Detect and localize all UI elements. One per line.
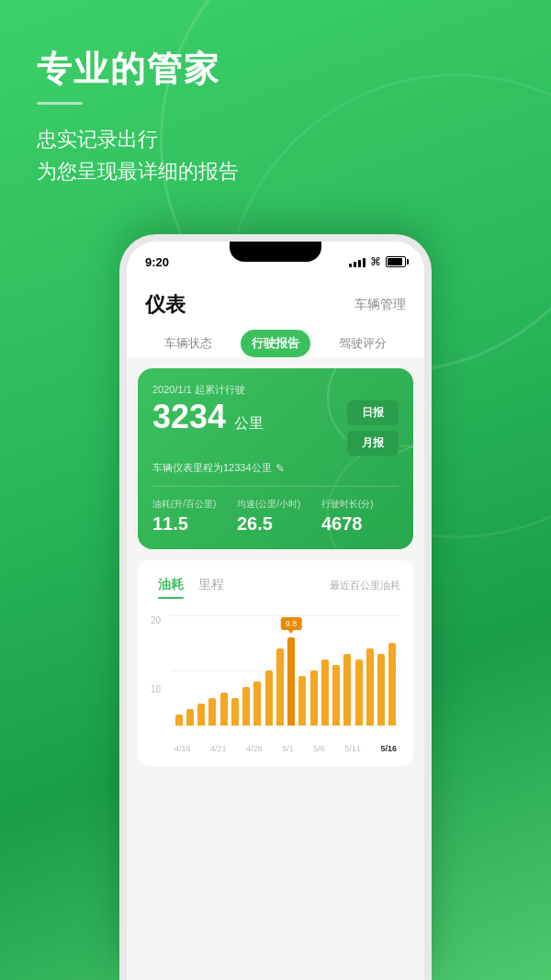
bar-2 (197, 704, 205, 726)
chart-right-label: 最近百公里油耗 (330, 579, 400, 592)
card-mileage-unit: 公里 (234, 415, 264, 431)
stats-card: 2020/1/1 起累计行驶 3234 公里 日报 月报 车辆仪表里程为1233… (138, 368, 413, 549)
edit-icon[interactable]: ✎ (276, 462, 285, 475)
battery-icon (386, 256, 406, 267)
card-stats-row: 油耗(升/百公里) 11.5 均速(公里/小时) 26.5 行驶时长(分) 46… (152, 486, 399, 535)
card-mileage: 3234 (152, 398, 226, 435)
card-date: 2020/1/1 起累计行驶 (152, 383, 399, 397)
phone-mockup: 9:20 ⌘ 仪表 车辆管理 车辆状态 行驶报 (119, 234, 432, 980)
bar-chart: 20 10 9.8 4/16 4/21 4/26 (151, 606, 400, 753)
app-title: 仪表 (145, 291, 186, 319)
vehicle-mgmt-link[interactable]: 车辆管理 (354, 297, 406, 313)
bar-group-11 (298, 676, 307, 726)
y-label-10: 10 (151, 684, 161, 694)
bar-8 (265, 670, 273, 726)
x-label-416: 4/16 (174, 744, 191, 753)
tab-drive-report[interactable]: 行驶报告 (241, 330, 310, 357)
bar-group-15 (343, 654, 352, 726)
bar-group-14 (332, 665, 341, 726)
tab-row: 车辆状态 行驶报告 驾驶评分 (145, 330, 406, 357)
bar-10: 9.8 (287, 637, 295, 726)
title-underline (37, 102, 83, 105)
bar-group-8 (264, 670, 273, 726)
chart-tabs: 油耗 里程 (151, 573, 231, 597)
bar-12 (310, 670, 318, 726)
status-icons: ⌘ (349, 255, 406, 268)
status-time: 9:20 (145, 255, 169, 269)
bar-group-2 (197, 704, 206, 726)
chart-section: 油耗 里程 最近百公里油耗 20 10 (138, 560, 413, 766)
bar-14 (332, 665, 340, 726)
odometer-text: 车辆仪表里程为12334公里 ✎ (152, 461, 399, 475)
chart-tab-fuel[interactable]: 油耗 (151, 573, 191, 597)
bar-16 (355, 659, 363, 726)
subtitle: 忠实记录出行 为您呈现最详细的报告 (37, 123, 514, 187)
bar-group-9 (276, 648, 284, 726)
app-header: 仪表 车辆管理 车辆状态 行驶报告 驾驶评分 (127, 282, 424, 357)
notch (230, 242, 321, 262)
bar-3 (208, 698, 216, 726)
bars-container: 9.8 (171, 615, 400, 726)
bar-9 (276, 648, 284, 726)
x-label-516: 5/16 (380, 744, 397, 753)
bar-group-0 (174, 715, 183, 726)
bar-group-4 (219, 693, 228, 726)
main-title: 专业的管家 (37, 46, 514, 93)
bar-group-16 (354, 659, 363, 726)
monthly-report-button[interactable]: 月报 (347, 431, 399, 456)
bar-6 (242, 687, 250, 726)
tab-vehicle-status[interactable]: 车辆状态 (153, 330, 223, 357)
daily-report-button[interactable]: 日报 (347, 400, 399, 425)
bar-15 (343, 654, 351, 726)
bar-5 (231, 698, 239, 726)
bar-group-5 (231, 698, 239, 726)
bar-17 (366, 648, 374, 726)
bar-group-19 (388, 643, 397, 726)
x-label-511: 5/11 (344, 744, 361, 753)
bar-group-1 (186, 709, 194, 726)
bar-group-17 (365, 648, 374, 726)
x-label-421: 4/21 (210, 744, 227, 753)
bar-4 (220, 693, 228, 726)
x-label-51: 5/1 (282, 744, 294, 753)
bar-7 (253, 681, 261, 726)
tab-drive-score[interactable]: 驾驶评分 (328, 330, 398, 357)
bar-group-13 (320, 659, 329, 726)
x-label-426: 4/26 (246, 744, 263, 753)
bar-19 (388, 643, 396, 726)
bar-group-10: 9.8 (287, 637, 296, 726)
bar-1 (186, 709, 194, 726)
stat-speed: 均速(公里/小时) 26.5 (237, 498, 314, 535)
bar-13 (321, 659, 329, 726)
chart-tab-mileage[interactable]: 里程 (191, 573, 231, 597)
bar-group-12 (309, 670, 318, 726)
bar-0 (175, 715, 183, 726)
signal-icon (349, 256, 365, 267)
status-bar: 9:20 ⌘ (127, 242, 424, 282)
x-label-56: 5/6 (313, 744, 325, 753)
bar-11 (298, 676, 306, 726)
bar-18 (377, 654, 385, 726)
bar-group-18 (377, 654, 386, 726)
bar-group-7 (253, 681, 262, 726)
bar-tooltip: 9.8 (281, 617, 302, 630)
bar-group-3 (208, 698, 217, 726)
stat-fuel: 油耗(升/百公里) 11.5 (152, 498, 230, 535)
app-content: 仪表 车辆管理 车辆状态 行驶报告 驾驶评分 2020/1/1 起累计行驶 32… (127, 282, 424, 980)
bar-group-6 (242, 687, 251, 726)
y-label-20: 20 (151, 615, 161, 625)
stat-duration: 行驶时长(分) 4678 (321, 498, 399, 535)
x-labels: 4/16 4/21 4/26 5/1 5/6 5/11 5/16 (171, 744, 400, 753)
wifi-icon: ⌘ (370, 255, 381, 268)
